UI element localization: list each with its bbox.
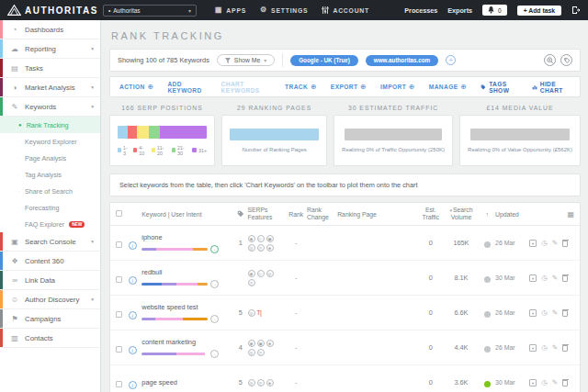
history-clock-icon[interactable]: ◷ bbox=[541, 344, 548, 352]
sidebar-item-campaigns[interactable]: ⚑ Campaigns bbox=[0, 309, 100, 329]
info-icon[interactable]: i bbox=[129, 241, 137, 250]
track-button[interactable]: TRACK ⊕ bbox=[285, 83, 317, 91]
sidebar-item-tasks[interactable]: ▤ Tasks bbox=[0, 59, 100, 78]
processes-link[interactable]: Processes bbox=[404, 6, 437, 15]
organisation-selector[interactable]: • Authoritas ▾ bbox=[103, 5, 197, 17]
chart-keywords-button[interactable]: CHART KEYWORDS bbox=[221, 81, 272, 94]
sidebar-item-tag-analysis[interactable]: · Tag Analysis bbox=[0, 166, 100, 183]
filter-pill-search-engine[interactable]: Google - UK (True) bbox=[290, 55, 358, 66]
edit-pencil-icon[interactable]: ✎ bbox=[552, 309, 558, 317]
import-button[interactable]: IMPORT ⊕ bbox=[380, 83, 415, 91]
header-sort-arrow[interactable]: ↑ bbox=[480, 211, 496, 218]
history-clock-icon[interactable]: ◷ bbox=[541, 309, 548, 317]
serp-preview-icon[interactable]: ▾ bbox=[529, 274, 537, 282]
sidebar-item-forecasting[interactable]: · Forecasting bbox=[0, 199, 100, 216]
search-volume-value: 3.6K bbox=[443, 378, 479, 386]
delete-trash-icon[interactable] bbox=[562, 310, 568, 317]
select-all-checkbox[interactable] bbox=[116, 210, 122, 217]
show-me-dropdown[interactable]: Show Me ▾ bbox=[217, 54, 275, 66]
media-value-chart: Realizing 0% of Value Opportunity (£562K… bbox=[459, 115, 581, 166]
sidebar-item-rank-tracking[interactable]: ● Rank Tracking bbox=[0, 117, 100, 133]
header-updated[interactable]: Updated bbox=[495, 211, 529, 218]
header-keyword[interactable]: Keyword | User Intent bbox=[141, 211, 233, 218]
tags-show-button[interactable]: TAGS SHOW bbox=[481, 81, 519, 94]
nav-apps[interactable]: ▦ APPS bbox=[215, 6, 246, 14]
row-checkbox[interactable] bbox=[116, 241, 122, 248]
edit-pencil-icon[interactable]: ✎ bbox=[552, 274, 558, 282]
delete-trash-icon[interactable] bbox=[562, 380, 568, 386]
serp-preview-icon[interactable]: ▾ bbox=[529, 379, 537, 386]
keyword-text[interactable]: website speed test bbox=[141, 303, 233, 311]
exports-link[interactable]: Exports bbox=[447, 6, 472, 15]
manage-button[interactable]: MANAGE ⊕ bbox=[429, 83, 467, 91]
column-settings-icon[interactable]: ▦ bbox=[567, 210, 574, 218]
sidebar-item-dashboards[interactable]: ◔ Dashboards bbox=[0, 20, 100, 39]
header-ranking-page[interactable]: Ranking Page bbox=[337, 211, 418, 218]
info-icon[interactable]: i bbox=[129, 311, 137, 319]
intent-segment bbox=[193, 248, 208, 251]
notifications-button[interactable]: 0 bbox=[482, 5, 507, 16]
delete-trash-icon[interactable] bbox=[562, 241, 568, 247]
nav-account[interactable]: ACCOUNT bbox=[322, 6, 369, 14]
delete-trash-icon[interactable] bbox=[562, 345, 568, 352]
nav-settings[interactable]: ⚙ SETTINGS bbox=[260, 6, 308, 14]
header-est-traffic[interactable]: Est. Traffic bbox=[418, 207, 443, 221]
serp-preview-icon[interactable]: ▾ bbox=[529, 344, 537, 352]
header-rank[interactable]: Rank bbox=[286, 211, 307, 218]
logout-icon[interactable] bbox=[571, 6, 581, 15]
hide-chart-button[interactable]: HIDE CHART bbox=[532, 81, 571, 94]
add-task-button[interactable]: + Add task bbox=[517, 6, 561, 16]
history-clock-icon[interactable]: ◷ bbox=[541, 274, 548, 282]
serp-preview-icon[interactable]: ▾ bbox=[529, 309, 537, 317]
sidebar-item-faq-explorer[interactable]: · FAQ Explorer NEW bbox=[0, 216, 100, 232]
add-filter-button[interactable]: + bbox=[446, 55, 456, 65]
history-clock-icon[interactable]: ◷ bbox=[541, 240, 548, 247]
header-rank-change[interactable]: Rank Change bbox=[307, 207, 337, 221]
serp-preview-icon[interactable]: ▾ bbox=[529, 240, 537, 247]
row-checkbox[interactable] bbox=[116, 311, 122, 318]
info-icon[interactable]: i bbox=[129, 381, 137, 389]
legend-swatch bbox=[152, 148, 155, 152]
sidebar-item-market-analysis[interactable]: ◑ Market Analysis ▾ bbox=[0, 78, 100, 97]
sidebar-sublabel: Forecasting bbox=[25, 204, 60, 212]
sidebar-item-contacts[interactable]: ▥ Contacts bbox=[0, 329, 100, 348]
saved-filter-button[interactable] bbox=[560, 54, 572, 66]
user-intent-bar: ◦ bbox=[141, 280, 233, 288]
info-icon[interactable]: i bbox=[129, 276, 137, 285]
keyword-text[interactable]: content marketing bbox=[141, 338, 233, 346]
edit-pencil-icon[interactable]: ✎ bbox=[552, 379, 558, 386]
sidebar-item-share-of-search[interactable]: · Share of Search bbox=[0, 183, 100, 199]
page-title: RANK TRACKING bbox=[111, 30, 581, 41]
keyword-text[interactable]: iphone bbox=[141, 233, 233, 241]
edit-pencil-icon[interactable]: ✎ bbox=[552, 240, 558, 247]
row-checkbox[interactable] bbox=[116, 346, 122, 353]
export-button[interactable]: EXPORT ⊕ bbox=[331, 83, 367, 91]
sidebar-item-keyword-explorer[interactable]: · Keyword Explorer bbox=[0, 133, 100, 150]
add-keyword-button[interactable]: ADD KEYWORD bbox=[167, 81, 207, 94]
sidebar-item-page-analysis[interactable]: · Page Analysis bbox=[0, 150, 100, 166]
history-clock-icon[interactable]: ◷ bbox=[541, 379, 548, 386]
sidebar-item-keywords[interactable]: ✎ Keywords ▾ bbox=[0, 97, 100, 117]
sidebar-item-reporting[interactable]: ☁ Reporting ▾ bbox=[0, 39, 100, 59]
sidebar-item-link-data[interactable]: ∞ Link Data bbox=[0, 271, 100, 290]
legend-item: 4-10 bbox=[133, 145, 147, 156]
header-serps-features[interactable]: SERPs Features bbox=[248, 207, 286, 221]
sidebar-item-author-discovery[interactable]: ☺ Author Discovery ▾ bbox=[0, 290, 100, 309]
serp-feature-icon: ◉ bbox=[248, 270, 255, 277]
row-checkbox[interactable] bbox=[116, 381, 122, 387]
filter-pill-domain[interactable]: www.authoritas.com bbox=[366, 55, 438, 66]
updated-date: 30 Mar bbox=[495, 379, 529, 386]
keyword-text[interactable]: redbull bbox=[141, 268, 233, 276]
sidebar-label: Dashboards bbox=[25, 26, 63, 34]
nav-apps-label: APPS bbox=[226, 7, 246, 14]
action-button[interactable]: ACTION ⊕ bbox=[119, 83, 153, 91]
row-checkbox[interactable] bbox=[116, 276, 122, 283]
header-search-volume[interactable]: ▾Search Volume bbox=[443, 207, 479, 221]
zoom-search-button[interactable] bbox=[544, 54, 556, 66]
sidebar-item-search-console[interactable]: ▣ Search Console ▾ bbox=[0, 232, 100, 252]
keyword-text[interactable]: page speed bbox=[141, 378, 233, 386]
info-icon[interactable]: i bbox=[129, 346, 137, 354]
sidebar-item-content-360[interactable]: ❖ Content 360 bbox=[0, 252, 100, 271]
edit-pencil-icon[interactable]: ✎ bbox=[552, 344, 558, 352]
delete-trash-icon[interactable] bbox=[562, 275, 568, 282]
